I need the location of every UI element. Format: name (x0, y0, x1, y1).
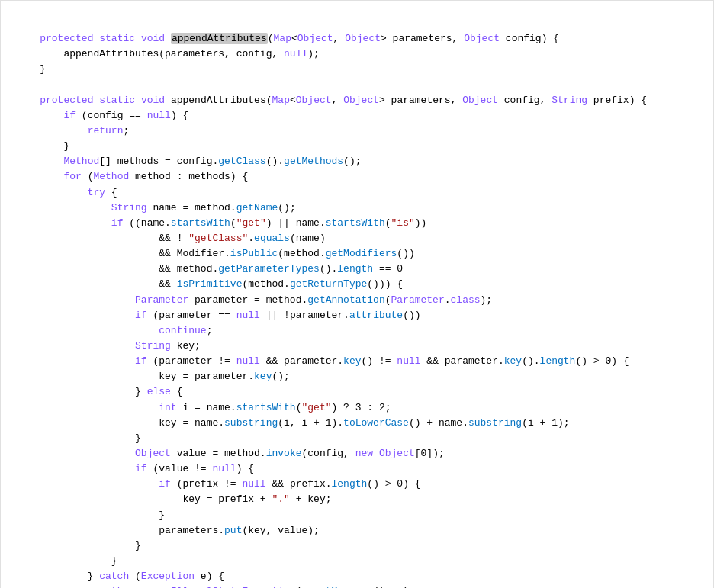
code-container: protected static void appendAttributes(M… (0, 0, 714, 588)
code-block: protected static void appendAttributes(M… (16, 16, 698, 588)
